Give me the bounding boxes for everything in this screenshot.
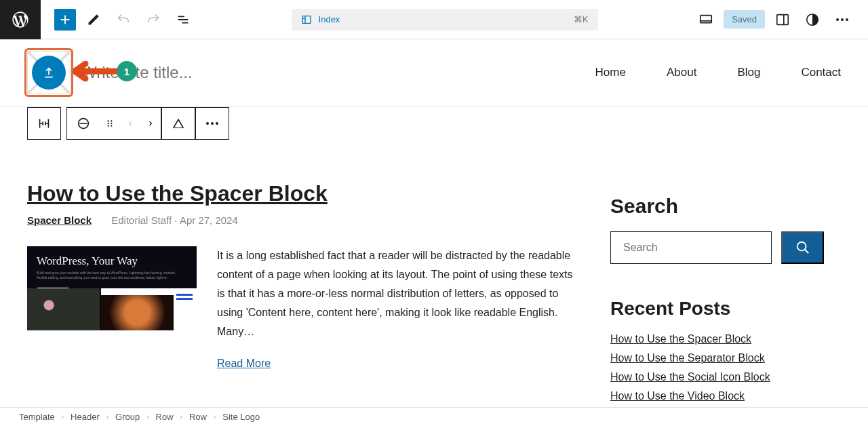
sidebar-icon	[775, 12, 790, 27]
drag-icon	[105, 119, 115, 128]
contrast-icon	[805, 12, 820, 27]
highlight-ring	[24, 48, 73, 97]
search-input[interactable]	[610, 231, 772, 264]
more-vertical-icon	[836, 16, 848, 23]
post-title[interactable]: How to Use the Spacer Block	[27, 181, 576, 206]
svg-rect-1	[701, 15, 712, 22]
saved-button[interactable]: Saved	[724, 10, 765, 28]
crumb[interactable]: Row	[189, 412, 207, 422]
post-excerpt: It is a long established fact that a rea…	[217, 246, 576, 341]
featured-image[interactable]: WordPress, Your Way Build and grow your …	[27, 246, 197, 330]
nav-link[interactable]: About	[667, 66, 696, 79]
post-meta: Spacer Block Editorial Staff · Apr 27, 2…	[27, 214, 576, 226]
arrow-left-icon	[73, 61, 119, 81]
editor-canvas: 1 Home About Blog Contact	[0, 39, 868, 426]
add-block-button[interactable]	[54, 9, 76, 31]
search-heading: Search	[610, 195, 824, 218]
plus-icon	[58, 12, 73, 27]
search-button[interactable]	[781, 231, 824, 264]
recent-post-link[interactable]: How to Use the Separator Block	[610, 352, 824, 364]
move-left-button[interactable]	[120, 108, 140, 139]
crumb[interactable]: Template	[19, 412, 55, 422]
svg-point-6	[111, 120, 112, 121]
tutorial-annotation: 1	[73, 61, 137, 81]
site-header: 1 Home About Blog Contact	[0, 39, 868, 107]
svg-point-10	[111, 125, 112, 126]
recent-post-link[interactable]: How to Use the Spacer Block	[610, 333, 824, 345]
crumb[interactable]: Group	[115, 412, 140, 422]
parent-row-button[interactable]	[67, 108, 100, 139]
warning-icon	[172, 117, 185, 130]
svg-point-7	[108, 123, 109, 124]
toolbar-right: Saved	[694, 7, 868, 32]
site-logo-block[interactable]	[27, 51, 71, 94]
undo-button[interactable]	[111, 7, 136, 32]
recent-post-link[interactable]: How to Use the Video Block	[610, 390, 824, 402]
row-icon	[76, 116, 91, 131]
recent-post-link[interactable]: How to Use the Social Icon Block	[610, 371, 824, 383]
redo-button[interactable]	[141, 7, 165, 32]
list-view-icon	[176, 12, 191, 27]
recent-posts-heading: Recent Posts	[610, 298, 824, 320]
read-more-link[interactable]: Read More	[217, 358, 271, 370]
move-right-button[interactable]	[140, 108, 161, 139]
chevron-left-icon	[126, 119, 134, 128]
more-vertical-icon	[206, 120, 218, 127]
wordpress-logo-button[interactable]	[0, 0, 41, 39]
post-date: Apr 27, 2024	[180, 214, 238, 226]
block-more-options-button[interactable]	[196, 108, 229, 139]
command-shortcut: ⌘K	[574, 14, 589, 24]
crumb[interactable]: Row	[156, 412, 174, 422]
command-center: Index ⌘K	[195, 9, 694, 31]
post-category[interactable]: Spacer Block	[27, 214, 92, 226]
tools-button[interactable]	[81, 7, 106, 32]
crumb[interactable]: Header	[71, 412, 100, 422]
sidebar-column: Search Recent Posts How to Use the Space…	[610, 181, 824, 402]
replace-button[interactable]	[162, 108, 195, 139]
search-icon	[795, 240, 810, 255]
svg-point-8	[111, 123, 112, 124]
svg-rect-2	[777, 14, 789, 24]
edit-icon	[87, 13, 100, 26]
post-author: Editorial Staff	[111, 214, 172, 226]
primary-nav: Home About Blog Contact	[595, 66, 841, 79]
svg-point-9	[108, 125, 109, 126]
block-toolbar	[27, 107, 229, 140]
redo-icon	[146, 12, 161, 27]
chevron-right-icon	[146, 119, 155, 128]
block-breadcrumb: Template› Header› Group› Row› Row› Site …	[0, 407, 868, 426]
svg-point-5	[108, 120, 109, 121]
more-options-button[interactable]	[830, 7, 854, 32]
step-badge: 1	[117, 61, 137, 81]
view-button[interactable]	[694, 7, 718, 32]
recent-posts-list: How to Use the Spacer Block How to Use t…	[610, 333, 824, 402]
nav-link[interactable]: Contact	[801, 66, 841, 79]
svg-point-11	[797, 242, 806, 251]
content-area: How to Use the Spacer Block Spacer Block…	[0, 181, 868, 402]
layout-icon	[301, 14, 312, 25]
svg-rect-0	[302, 16, 311, 23]
command-title: Index	[319, 14, 340, 24]
crumb[interactable]: Site Logo	[222, 412, 260, 422]
desktop-icon	[698, 12, 713, 27]
site-logo-block-icon-button[interactable]	[28, 108, 60, 139]
settings-sidebar-button[interactable]	[770, 7, 795, 32]
main-column: How to Use the Spacer Block Spacer Block…	[27, 181, 576, 402]
undo-icon	[116, 12, 131, 27]
editor-topbar: Index ⌘K Saved	[0, 0, 868, 39]
drag-handle[interactable]	[100, 108, 120, 139]
document-overview-button[interactable]	[171, 7, 195, 32]
wordpress-icon	[11, 10, 30, 29]
toolbar-left	[41, 7, 195, 32]
command-bar[interactable]: Index ⌘K	[292, 9, 598, 31]
nav-link[interactable]: Home	[595, 66, 626, 79]
site-logo-icon	[37, 116, 52, 131]
styles-button[interactable]	[800, 7, 825, 32]
nav-link[interactable]: Blog	[737, 66, 760, 79]
